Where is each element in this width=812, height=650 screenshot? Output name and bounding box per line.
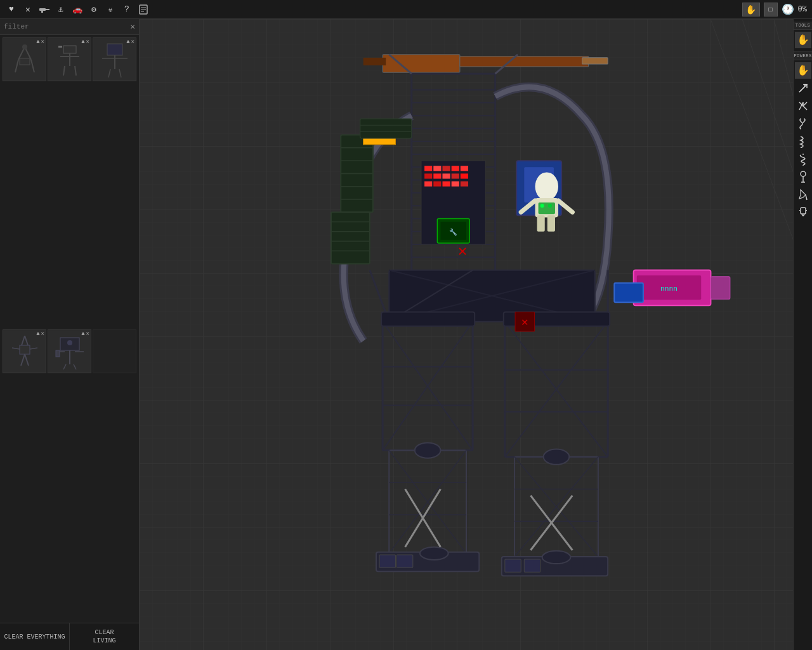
rope-tool-icon[interactable] bbox=[795, 133, 811, 150]
svg-rect-109 bbox=[710, 277, 730, 300]
svg-line-32 bbox=[30, 348, 37, 349]
hand-tool-icon[interactable]: ✋ bbox=[795, 32, 811, 48]
svg-rect-68 bbox=[442, 166, 450, 171]
svg-line-37 bbox=[63, 364, 66, 369]
svg-rect-72 bbox=[433, 173, 441, 178]
thumbnail-2[interactable]: ▲ ✕ bbox=[48, 37, 91, 81]
svg-rect-89 bbox=[537, 215, 545, 231]
svg-rect-46 bbox=[383, 55, 460, 72]
svg-rect-1 bbox=[46, 9, 49, 10]
top-right-controls: ✋ □ 🕐 0% bbox=[742, 3, 807, 17]
gun-icon[interactable] bbox=[38, 3, 51, 16]
document-icon[interactable] bbox=[137, 3, 150, 16]
percent-label: 0% bbox=[798, 5, 807, 14]
svg-line-26 bbox=[22, 336, 25, 345]
svg-line-9 bbox=[15, 60, 18, 72]
svg-rect-79 bbox=[452, 182, 459, 187]
svg-rect-19 bbox=[58, 46, 62, 48]
knife-tool-icon[interactable] bbox=[795, 187, 811, 203]
heart-icon[interactable]: ♥ bbox=[5, 3, 18, 16]
svg-rect-13 bbox=[63, 46, 76, 53]
thumbnail-empty bbox=[93, 329, 136, 373]
svg-rect-2 bbox=[41, 11, 43, 13]
svg-rect-20 bbox=[107, 44, 122, 55]
anchor-icon[interactable]: ⚓ bbox=[55, 3, 67, 16]
hand-mode-button[interactable]: ✋ bbox=[742, 3, 760, 17]
svg-line-170 bbox=[806, 195, 807, 200]
svg-rect-138 bbox=[396, 555, 412, 567]
svg-rect-67 bbox=[433, 166, 441, 171]
car-icon[interactable]: 🚗 bbox=[71, 3, 84, 16]
thumbnail-1[interactable]: ▲ ✕ bbox=[3, 37, 46, 81]
svg-rect-74 bbox=[452, 173, 459, 178]
main-viewport[interactable]: 🔧 ✕ bbox=[140, 19, 793, 650]
svg-line-31 bbox=[12, 348, 20, 349]
filter-close-icon[interactable]: ✕ bbox=[130, 22, 135, 32]
svg-rect-0 bbox=[39, 8, 46, 11]
zoom-tool-icon[interactable] bbox=[795, 98, 811, 114]
svg-rect-90 bbox=[547, 215, 555, 231]
arrow-tool-icon[interactable] bbox=[795, 80, 811, 96]
svg-rect-137 bbox=[379, 555, 395, 567]
svg-point-11 bbox=[22, 44, 27, 50]
svg-point-159 bbox=[548, 204, 552, 208]
bottom-buttons: CLEAR EVERYTHING CLEARLIVING bbox=[0, 623, 139, 650]
svg-rect-75 bbox=[461, 173, 468, 178]
biohazard-icon[interactable]: ☣ bbox=[104, 3, 117, 16]
thumbnail-5[interactable]: ▲ ✕ bbox=[48, 329, 91, 373]
square-mode-button[interactable]: □ bbox=[764, 3, 778, 17]
svg-text:nnnn: nnnn bbox=[660, 284, 678, 293]
svg-rect-66 bbox=[424, 166, 432, 171]
thumbnail-4[interactable]: ▲ ✕ bbox=[3, 329, 46, 373]
gear-icon[interactable]: ⚙ bbox=[88, 3, 100, 16]
svg-point-158 bbox=[540, 204, 544, 208]
svg-rect-140 bbox=[505, 559, 521, 572]
right-panel: TOOLS ✋ POWERS ✋ bbox=[793, 19, 812, 650]
help-icon[interactable]: ? bbox=[121, 3, 133, 16]
svg-rect-171 bbox=[801, 208, 806, 214]
cross-icon[interactable]: ✕ bbox=[22, 3, 34, 16]
powers-label: POWERS bbox=[794, 51, 812, 60]
svg-line-164 bbox=[799, 84, 807, 92]
svg-text:🔧: 🔧 bbox=[449, 228, 457, 236]
svg-line-10 bbox=[31, 60, 34, 72]
svg-line-17 bbox=[63, 66, 65, 76]
svg-line-27 bbox=[25, 336, 28, 345]
hand-power-icon[interactable]: ✋ bbox=[795, 62, 811, 79]
thumbnail-grid: ▲ ✕ ▲ ✕ bbox=[0, 35, 139, 623]
clear-everything-button[interactable]: CLEAR EVERYTHING bbox=[0, 623, 70, 650]
filter-input[interactable] bbox=[4, 23, 128, 30]
pin-tool-icon[interactable] bbox=[795, 169, 811, 185]
chain-tool-icon[interactable] bbox=[795, 116, 811, 132]
svg-line-30 bbox=[25, 354, 29, 366]
svg-rect-80 bbox=[461, 182, 468, 187]
spring-tool-icon[interactable] bbox=[795, 151, 811, 168]
svg-rect-71 bbox=[424, 173, 432, 178]
thumbnail-3[interactable]: ▲ ✕ bbox=[93, 37, 136, 81]
clock-icon[interactable]: 🕐 bbox=[782, 3, 794, 16]
svg-line-29 bbox=[21, 354, 25, 366]
svg-rect-48 bbox=[363, 58, 386, 65]
svg-line-18 bbox=[75, 66, 76, 76]
svg-rect-49 bbox=[582, 58, 608, 64]
svg-point-145 bbox=[542, 551, 571, 564]
svg-rect-146 bbox=[360, 119, 412, 138]
svg-point-87 bbox=[535, 172, 559, 201]
svg-point-144 bbox=[544, 449, 570, 465]
svg-rect-110 bbox=[614, 283, 643, 302]
svg-rect-93 bbox=[539, 202, 555, 214]
svg-rect-78 bbox=[442, 182, 450, 187]
svg-line-25 bbox=[119, 69, 121, 77]
svg-rect-77 bbox=[433, 182, 441, 187]
clear-living-button[interactable]: CLEARLIVING bbox=[70, 623, 139, 650]
svg-rect-28 bbox=[20, 345, 30, 354]
thruster-tool-icon[interactable] bbox=[795, 204, 811, 221]
svg-point-142 bbox=[415, 442, 441, 458]
svg-text:✕: ✕ bbox=[458, 243, 468, 260]
svg-rect-47 bbox=[460, 56, 589, 67]
svg-rect-40 bbox=[56, 350, 60, 357]
svg-rect-70 bbox=[461, 166, 468, 171]
svg-point-167 bbox=[801, 171, 806, 176]
svg-rect-73 bbox=[442, 173, 450, 178]
svg-rect-141 bbox=[524, 559, 540, 572]
